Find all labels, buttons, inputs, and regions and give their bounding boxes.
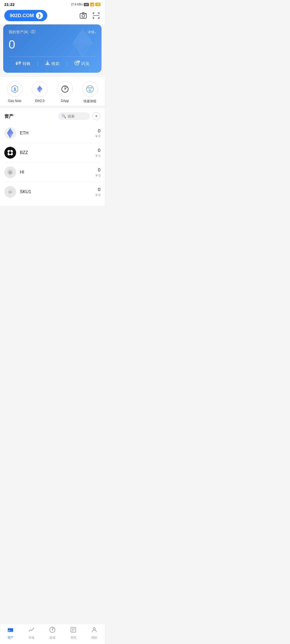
transfer-icon <box>16 61 21 67</box>
svg-text:SK: SK <box>9 191 12 193</box>
hi-amount: 0 <box>96 167 100 173</box>
asset-item-sku1[interactable]: SK SKU1 0 ¥ 0 <box>4 182 100 202</box>
hi-logo: H <box>4 166 16 178</box>
svg-marker-36 <box>10 128 13 133</box>
quick-item-dapp[interactable]: DApp <box>57 81 73 104</box>
brand-name: 902D.COM <box>10 13 34 19</box>
camera-add-icon[interactable] <box>79 11 88 20</box>
speed-indicator: 27.8 KB/s <box>71 3 83 6</box>
svg-text:H: H <box>9 171 11 174</box>
asset-section: 资产 🔍 + ETH 0 ¥ 0 <box>0 108 105 206</box>
svg-line-27 <box>65 87 67 89</box>
status-icons: 27.8 KB/s HD 📶 18 <box>71 2 100 6</box>
gas-now-label: Gas Now <box>8 99 21 103</box>
bzz-symbol: BZZ <box>20 150 92 155</box>
swap-label: 闪兑 <box>81 61 89 66</box>
asset-section-header: 资产 🔍 + <box>4 112 100 120</box>
asset-label: 我的资产(¥) <box>9 30 36 35</box>
add-asset-button[interactable]: + <box>92 112 100 120</box>
top-nav: 902D.COM ❯ <box>0 8 105 24</box>
swap-action[interactable]: 闪兑 <box>67 61 96 67</box>
hi-cny: ¥ 0 <box>96 173 100 177</box>
svg-point-1 <box>82 14 85 17</box>
asset-list: ETH 0 ¥ 0 BZZ 0 ¥ 0 <box>4 123 100 202</box>
svg-marker-37 <box>7 128 10 133</box>
transfer-label: 转账 <box>23 61 31 66</box>
status-time: 21:22 <box>4 2 15 7</box>
svg-marker-23 <box>37 86 40 89</box>
sku1-logo: SK <box>4 186 16 198</box>
receive-label: 收款 <box>52 61 60 66</box>
asset-item-hi[interactable]: H HI 0 ¥ 0 <box>4 163 100 182</box>
quick-menu: Gas Now Eth2.0 DApp <box>0 77 105 106</box>
sku1-amount: 0 <box>96 187 100 192</box>
sku1-balance: 0 ¥ 0 <box>96 187 100 197</box>
brand-arrow-button[interactable]: ❯ <box>36 12 43 19</box>
bzz-logo <box>4 147 16 159</box>
svg-marker-18 <box>13 90 16 92</box>
scan-icon[interactable] <box>92 11 100 20</box>
eth-cny: ¥ 0 <box>96 134 100 138</box>
asset-label-text: 我的资产(¥) <box>9 30 28 35</box>
evm-icon-circle: EVM <box>82 81 98 97</box>
gas-now-icon-circle <box>7 81 23 97</box>
quick-item-evm[interactable]: EVM 快捷加链 <box>82 81 98 104</box>
transfer-action[interactable]: 转账 <box>9 61 38 67</box>
eth-watermark <box>69 27 96 60</box>
sku1-symbol: SKU1 <box>20 189 92 194</box>
bzz-cny: ¥ 0 <box>96 154 100 158</box>
bzz-balance: 0 ¥ 0 <box>96 148 100 158</box>
receive-action[interactable]: 收款 <box>38 61 67 67</box>
bzz-amount: 0 <box>96 148 100 153</box>
svg-marker-31 <box>89 89 91 91</box>
dapp-label: DApp <box>61 99 69 103</box>
asset-section-title: 资产 <box>4 113 13 119</box>
svg-text:EVM: EVM <box>88 87 93 89</box>
svg-marker-22 <box>40 86 42 89</box>
svg-point-6 <box>32 31 34 32</box>
svg-point-5 <box>31 30 35 33</box>
quick-item-gas-now[interactable]: Gas Now <box>7 81 23 104</box>
sku1-cny: ¥ 0 <box>96 193 100 197</box>
eth-balance: 0 ¥ 0 <box>96 128 100 138</box>
hi-balance: 0 ¥ 0 <box>96 167 100 177</box>
search-icon: 🔍 <box>61 114 66 118</box>
asset-item-eth[interactable]: ETH 0 ¥ 0 <box>4 123 100 143</box>
eth2-icon-circle <box>32 81 48 97</box>
quick-item-eth2[interactable]: Eth2.0 <box>32 81 48 104</box>
search-input[interactable] <box>68 114 86 118</box>
asset-item-bzz[interactable]: BZZ 0 ¥ 0 <box>4 143 100 163</box>
eye-icon[interactable] <box>30 30 36 35</box>
eth-logo <box>4 127 16 139</box>
svg-marker-10 <box>83 28 93 43</box>
eth2-label: Eth2.0 <box>35 99 45 103</box>
eth-amount: 0 <box>96 128 100 134</box>
svg-point-42 <box>9 151 12 154</box>
hi-symbol: HI <box>20 170 92 175</box>
evm-label: 快捷加链 <box>84 99 96 104</box>
eth-symbol: ETH <box>20 131 92 136</box>
receive-icon <box>45 61 50 67</box>
asset-card: 我的资产(¥) 详情 › 0 <box>3 24 102 73</box>
hd-badge: HD <box>84 3 89 6</box>
dapp-icon-circle <box>57 81 73 97</box>
battery-indicator: 18 <box>95 3 100 6</box>
nav-icons <box>79 11 100 20</box>
status-bar: 21:22 27.8 KB/s HD 📶 18 <box>0 0 105 8</box>
swap-icon <box>74 61 80 67</box>
svg-marker-11 <box>72 28 83 43</box>
brand-pill[interactable]: 902D.COM ❯ <box>4 10 47 21</box>
search-bar[interactable]: 🔍 <box>58 112 90 120</box>
svg-point-25 <box>64 89 66 90</box>
signal-icon: 📶 <box>90 2 94 6</box>
search-area: 🔍 + <box>54 112 100 120</box>
